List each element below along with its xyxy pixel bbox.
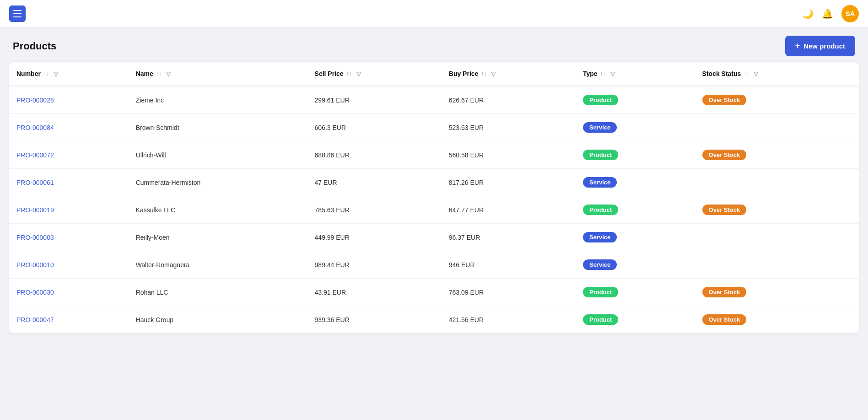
hamburger-line-1: [13, 10, 22, 11]
cell-number: PRO-000010: [9, 251, 129, 279]
cell-name: Reilly-Moen: [129, 224, 307, 251]
col-stock-filter-icon[interactable]: ▽: [754, 70, 758, 77]
notifications-icon[interactable]: 🔔: [822, 8, 833, 19]
col-number-filter-icon[interactable]: ▽: [54, 70, 58, 77]
cell-sell-price: 449.99 EUR: [307, 224, 442, 251]
cell-type: Product: [576, 141, 695, 169]
cell-sell-price: 785.63 EUR: [307, 196, 442, 224]
col-buy-label: Buy Price: [449, 70, 479, 77]
col-header-name: Name ↑↓ ▽: [129, 62, 307, 86]
col-buy-sort-icon[interactable]: ↑↓: [481, 70, 486, 77]
new-product-button[interactable]: + New product: [785, 36, 855, 56]
hamburger-button[interactable]: [9, 5, 26, 22]
table-row[interactable]: PRO-000010Walter-Romaguera989.44 EUR946 …: [9, 251, 859, 279]
table-row[interactable]: PRO-000084Brown-Schmidt606.3 EUR523.63 E…: [9, 114, 859, 141]
cell-number: PRO-000072: [9, 141, 129, 169]
hamburger-line-2: [13, 13, 22, 14]
col-name-filter-icon[interactable]: ▽: [166, 70, 171, 77]
cell-buy-price: 421.56 EUR: [442, 306, 576, 334]
cell-stock-status: Over Stock: [695, 86, 859, 114]
col-sell-sort-icon[interactable]: ↑↓: [346, 70, 352, 77]
table-row[interactable]: PRO-000003Reilly-Moen449.99 EUR96.37 EUR…: [9, 224, 859, 251]
cell-buy-price: 626.67 EUR: [442, 86, 576, 114]
col-type-filter-icon[interactable]: ▽: [610, 70, 615, 77]
cell-type: Service: [576, 224, 695, 251]
stock-badge: Over Stock: [702, 205, 747, 215]
cell-sell-price: 989.44 EUR: [307, 251, 442, 279]
table-row[interactable]: PRO-000061Cummerata-Hermiston47 EUR817.2…: [9, 169, 859, 196]
cell-sell-price: 47 EUR: [307, 169, 442, 196]
cell-type: Product: [576, 86, 695, 114]
cell-number: PRO-000028: [9, 86, 129, 114]
cell-name: Zieme Inc: [129, 86, 307, 114]
stock-badge: Over Stock: [702, 150, 747, 160]
new-product-plus-icon: +: [795, 41, 800, 51]
table-row[interactable]: PRO-000030Rohan LLC43.91 EUR763.09 EURPr…: [9, 279, 859, 306]
col-number-label: Number: [16, 70, 41, 77]
cell-stock-status: Over Stock: [695, 306, 859, 334]
col-name-label: Name: [136, 70, 153, 77]
topnav-left: [9, 5, 26, 22]
cell-stock-status: Over Stock: [695, 141, 859, 169]
col-stock-sort-icon[interactable]: ↑↓: [744, 70, 749, 77]
cell-stock-status: [695, 251, 859, 279]
cell-number: PRO-000061: [9, 169, 129, 196]
page-title: Products: [13, 40, 56, 52]
cell-stock-status: [695, 169, 859, 196]
col-stock-label: Stock Status: [702, 70, 741, 77]
col-buy-filter-icon[interactable]: ▽: [491, 70, 496, 77]
cell-sell-price: 606.3 EUR: [307, 114, 442, 141]
col-sell-label: Sell Price: [315, 70, 344, 77]
table-header-row: Number ↑↓ ▽ Name ↑↓ ▽ Sell Price ↑↓: [9, 62, 859, 86]
type-badge: Product: [583, 95, 618, 105]
cell-buy-price: 946 EUR: [442, 251, 576, 279]
table-row[interactable]: PRO-000019Kassulke LLC785.63 EUR647.77 E…: [9, 196, 859, 224]
page-header: Products + New product: [0, 27, 868, 62]
col-header-number: Number ↑↓ ▽: [9, 62, 129, 86]
cell-sell-price: 299.61 EUR: [307, 86, 442, 114]
cell-stock-status: Over Stock: [695, 279, 859, 306]
col-type-sort-icon[interactable]: ↑↓: [600, 70, 606, 77]
type-badge: Product: [583, 314, 618, 325]
cell-name: Walter-Romaguera: [129, 251, 307, 279]
products-table: Number ↑↓ ▽ Name ↑↓ ▽ Sell Price ↑↓: [9, 62, 859, 334]
type-badge: Service: [583, 232, 617, 242]
cell-buy-price: 560.58 EUR: [442, 141, 576, 169]
cell-number: PRO-000084: [9, 114, 129, 141]
cell-name: Kassulke LLC: [129, 196, 307, 224]
stock-badge: Over Stock: [702, 314, 747, 325]
cell-buy-price: 523.63 EUR: [442, 114, 576, 141]
col-number-sort-icon[interactable]: ↑↓: [43, 70, 49, 77]
cell-stock-status: [695, 114, 859, 141]
cell-name: Brown-Schmidt: [129, 114, 307, 141]
hamburger-line-3: [13, 16, 22, 17]
table-row[interactable]: PRO-000047Hauck Group939.36 EUR421.56 EU…: [9, 306, 859, 334]
type-badge: Product: [583, 287, 618, 297]
user-avatar[interactable]: SA: [841, 5, 859, 22]
cell-name: Rohan LLC: [129, 279, 307, 306]
stock-badge: Over Stock: [702, 287, 747, 297]
table-row[interactable]: PRO-000072Ullrich-Will688.86 EUR560.58 E…: [9, 141, 859, 169]
top-navigation: 🌙 🔔 SA: [0, 0, 868, 27]
theme-toggle-icon[interactable]: 🌙: [802, 8, 814, 19]
cell-name: Ullrich-Will: [129, 141, 307, 169]
col-header-stock-status: Stock Status ↑↓ ▽: [695, 62, 859, 86]
type-badge: Service: [583, 259, 617, 270]
cell-sell-price: 43.91 EUR: [307, 279, 442, 306]
col-type-label: Type: [583, 70, 598, 77]
col-name-sort-icon[interactable]: ↑↓: [156, 70, 162, 77]
cell-sell-price: 688.86 EUR: [307, 141, 442, 169]
table-row[interactable]: PRO-000028Zieme Inc299.61 EUR626.67 EURP…: [9, 86, 859, 114]
cell-type: Service: [576, 114, 695, 141]
cell-buy-price: 647.77 EUR: [442, 196, 576, 224]
cell-sell-price: 939.36 EUR: [307, 306, 442, 334]
topnav-right: 🌙 🔔 SA: [802, 5, 859, 22]
col-sell-filter-icon[interactable]: ▽: [356, 70, 361, 77]
stock-badge: Over Stock: [702, 95, 747, 105]
cell-type: Product: [576, 196, 695, 224]
type-badge: Service: [583, 122, 617, 133]
col-header-type: Type ↑↓ ▽: [576, 62, 695, 86]
new-product-label: New product: [803, 42, 845, 50]
cell-name: Cummerata-Hermiston: [129, 169, 307, 196]
type-badge: Product: [583, 150, 618, 160]
